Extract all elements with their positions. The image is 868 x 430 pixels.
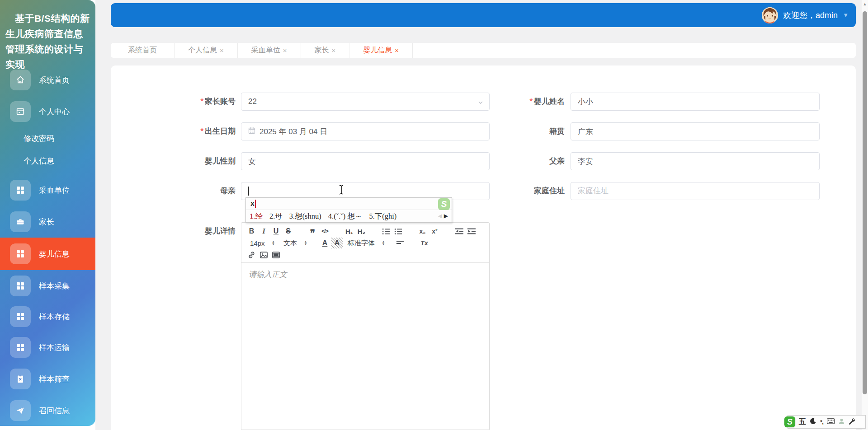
moon-icon[interactable] <box>810 418 816 426</box>
baby-name-value[interactable] <box>578 97 812 106</box>
baby-gender-value[interactable] <box>248 157 482 166</box>
tab-close-icon[interactable]: × <box>283 47 287 54</box>
ime-candidate-4[interactable]: 4.(ˇ.ˇ) 想～ <box>328 211 363 221</box>
sidebar-item-recall-info[interactable]: 召回信息 <box>0 397 95 425</box>
italic-button[interactable]: I <box>258 226 269 237</box>
text-caret <box>248 187 249 196</box>
required-star: * <box>200 97 203 106</box>
sidebar-subitem-label: 个人信息 <box>24 156 54 166</box>
font-size-select[interactable]: 14px ▴▾ <box>246 238 278 248</box>
birth-date-picker[interactable]: 2025 年 03 月 04 日 <box>241 122 490 140</box>
father-input[interactable] <box>571 152 820 170</box>
underline-button[interactable]: U <box>270 226 282 237</box>
subscript-button[interactable]: x₂ <box>417 226 428 237</box>
tab-personal-info[interactable]: 个人信息 × <box>175 43 238 58</box>
baby-name-input[interactable] <box>571 93 820 111</box>
tab-close-icon[interactable]: × <box>395 47 399 54</box>
scrollbar-up-arrow-icon[interactable]: ▲ <box>862 2 868 6</box>
field-label: 婴儿详情 <box>111 222 237 240</box>
field-label: *家长账号 <box>111 93 237 111</box>
required-star: * <box>529 97 533 106</box>
field-label: 父亲 <box>454 152 566 170</box>
sidebar-subitem-personal-info[interactable]: 个人信息 <box>0 151 95 171</box>
bullet-list-button[interactable] <box>392 226 404 237</box>
field-label: 婴儿性别 <box>111 152 237 170</box>
code-block-button[interactable]: </> <box>319 226 330 237</box>
outdent-button[interactable] <box>453 226 465 237</box>
native-place-value[interactable] <box>578 127 812 136</box>
video-icon[interactable] <box>270 249 282 260</box>
father-value[interactable] <box>578 157 812 166</box>
tab-home[interactable]: 系统首页 <box>111 43 175 58</box>
ime-mode-wubi[interactable]: 五 <box>799 417 806 427</box>
strikethrough-button[interactable]: S <box>283 226 294 237</box>
ime-prev-page-icon[interactable]: ◀ <box>438 213 442 220</box>
sogou-logo[interactable]: S <box>784 416 795 427</box>
bold-button[interactable]: B <box>246 226 257 237</box>
blockquote-button[interactable]: ❞ <box>307 226 318 237</box>
sidebar-item-sample-screening[interactable]: 样本筛查 <box>0 365 95 393</box>
align-button[interactable] <box>394 238 406 248</box>
clear-format-button[interactable]: Tx <box>419 238 430 248</box>
keyboard-icon[interactable] <box>827 418 835 426</box>
format-select[interactable]: 文本 ▴▾ <box>279 238 318 248</box>
sidebar-item-sample-transport[interactable]: 样本运输 <box>0 333 95 361</box>
user-menu[interactable]: 欢迎您，admin ▼ <box>762 7 849 23</box>
field-label: 籍贯 <box>454 122 566 140</box>
editor-content[interactable]: 请输入正文 <box>241 263 489 286</box>
superscript-button[interactable]: x² <box>429 226 440 237</box>
link-icon[interactable] <box>246 249 257 260</box>
sidebar-item-blood-unit[interactable]: 采血单位 <box>0 176 95 204</box>
ime-status-bar[interactable]: S 五 °, <box>788 415 866 429</box>
toolbar-gap <box>368 226 379 237</box>
tab-close-icon[interactable]: × <box>220 47 224 54</box>
heading2-button[interactable]: H₂ <box>356 226 367 237</box>
heading1-button[interactable]: H₁ <box>344 226 355 237</box>
text-color-button[interactable]: A <box>319 238 330 248</box>
select-value: 22 <box>248 97 257 106</box>
editor-placeholder: 请输入正文 <box>249 270 287 279</box>
sidebar-item-sample-collect[interactable]: 样本采集 <box>0 272 95 300</box>
sidebar-subitem-change-password[interactable]: 修改密码 <box>0 128 95 148</box>
scrollbar-thumb[interactable] <box>863 11 867 394</box>
home-address-value[interactable] <box>578 187 812 196</box>
sidebar-item-baby-info[interactable]: 婴儿信息 <box>0 238 95 270</box>
ime-candidate-5[interactable]: 5.下(ghi) <box>369 211 396 221</box>
tab-baby-info[interactable]: 婴儿信息 × <box>349 43 413 58</box>
ime-candidates-row: 1.经 2.母 3.想(shnu) 4.(ˇ.ˇ) 想～ 5.下(ghi) ◀ … <box>246 210 452 222</box>
field-baby-gender: 婴儿性别 <box>111 152 490 170</box>
baby-info-form-card: *家长账号 22 *婴儿姓名 *出生日期 2025 年 03 月 04 日 籍贯 <box>111 65 856 430</box>
font-family-select[interactable]: 标准字体 ▴▾ <box>344 238 393 248</box>
sidebar-item-personal-center[interactable]: 个人中心 <box>0 98 95 126</box>
background-color-button[interactable]: A <box>331 238 343 248</box>
toolbar-gap <box>441 226 453 237</box>
sidebar-item-label: 召回信息 <box>39 406 70 416</box>
baby-gender-input[interactable] <box>241 152 490 170</box>
native-place-input[interactable] <box>571 122 820 140</box>
parent-account-select[interactable]: 22 <box>241 93 490 111</box>
sidebar-item-parents[interactable]: 家长 <box>0 208 95 236</box>
indent-button[interactable] <box>466 226 477 237</box>
toolbar-row-3 <box>246 249 485 261</box>
image-icon[interactable] <box>258 249 269 260</box>
wrench-icon[interactable] <box>849 418 855 426</box>
rich-text-editor[interactable]: B I U S ❞ </> H₁ H₂ x₂ x² <box>241 222 490 430</box>
ordered-list-button[interactable] <box>380 226 392 237</box>
tab-blood-unit[interactable]: 采血单位 × <box>238 43 301 58</box>
ime-candidate-1[interactable]: 1.经 <box>250 211 263 221</box>
ime-punctuation-toggle[interactable]: °, <box>820 419 823 425</box>
tab-close-icon[interactable]: × <box>332 47 336 54</box>
chevron-down-icon: ▼ <box>843 12 849 19</box>
ime-pager: ◀ ▶ <box>438 213 448 220</box>
sidebar-item-home[interactable]: 系统首页 <box>0 66 95 94</box>
ime-candidate-2[interactable]: 2.母 <box>269 211 283 221</box>
home-address-input[interactable] <box>571 182 820 200</box>
tab-parents[interactable]: 家长 × <box>301 43 350 58</box>
sidebar-item-sample-storage[interactable]: 样本存储 <box>0 303 95 331</box>
user-icon[interactable] <box>838 418 845 426</box>
sogou-logo-watermark: S <box>438 198 450 210</box>
ime-next-page-icon[interactable]: ▶ <box>444 213 448 220</box>
vertical-scrollbar[interactable]: ▲ <box>862 0 868 430</box>
toolbar-gap <box>295 226 306 237</box>
ime-candidate-3[interactable]: 3.想(shnu) <box>289 211 321 221</box>
